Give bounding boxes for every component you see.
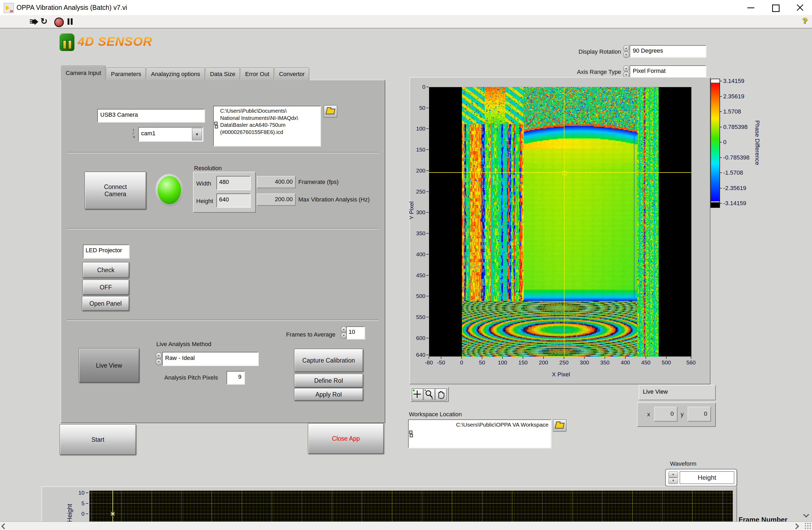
frames-spinner[interactable]: ▲ ▼ bbox=[341, 326, 346, 338]
scroll-down-icon[interactable] bbox=[804, 513, 808, 517]
cursor-vertical-line[interactable] bbox=[564, 87, 564, 356]
minimize-button[interactable] bbox=[739, 0, 763, 15]
tab-data-size[interactable]: Data Size bbox=[205, 68, 240, 80]
waveform-spinner[interactable]: ▲ ▼ bbox=[668, 471, 678, 484]
connect-camera-button[interactable]: Connect Camera bbox=[85, 172, 146, 209]
workspace-location-field[interactable]: C:\Users\Public\OPPA VA Workspace bbox=[408, 419, 551, 448]
pause-icon[interactable] bbox=[67, 18, 73, 25]
zoom-tool-button[interactable] bbox=[423, 388, 435, 400]
live-analysis-method-label: Live Analysis Method bbox=[156, 341, 212, 348]
run-continuous-icon[interactable]: ↻ bbox=[40, 17, 47, 26]
crosshair-tool-button[interactable] bbox=[412, 388, 423, 400]
analysis-pitch-field[interactable]: 9 bbox=[227, 371, 245, 384]
waveform-selector[interactable]: ▲ ▼ Height bbox=[665, 469, 737, 486]
tab-convertor[interactable]: Convertor bbox=[275, 68, 309, 80]
display-rotation-field[interactable]: 90 Degrees bbox=[629, 45, 706, 57]
axis-range-type-field[interactable]: Pixel Format bbox=[629, 65, 706, 78]
camera-connected-led bbox=[155, 174, 184, 206]
start-button[interactable]: Start bbox=[60, 424, 136, 455]
capture-calibration-button[interactable]: Capture Calibration bbox=[294, 349, 363, 372]
waveform-value: Height bbox=[680, 471, 734, 484]
define-roi-button[interactable]: Define RoI bbox=[294, 374, 363, 387]
x-axis-tick-label: 0 bbox=[451, 359, 472, 366]
frames-to-average-field[interactable]: 10 bbox=[346, 326, 365, 339]
height-field[interactable]: 640 bbox=[216, 193, 250, 207]
intensity-graph-plot-area[interactable] bbox=[429, 87, 692, 357]
resize-grip[interactable] bbox=[804, 522, 811, 529]
spinner-down-icon[interactable]: ▼ bbox=[668, 477, 678, 484]
spinner-up-icon[interactable]: ▲ bbox=[341, 326, 347, 333]
open-panel-button[interactable]: Open Panel bbox=[82, 296, 129, 311]
spinner-down-icon[interactable]: ▼ bbox=[623, 51, 629, 58]
x-axis-tick bbox=[441, 357, 441, 359]
live-analysis-method-value: Raw - Ideal bbox=[165, 355, 258, 362]
led-projector-field[interactable]: LED Projector bbox=[83, 245, 129, 259]
camera-file-field[interactable]: C:\Users\Public\Documents\ National Inst… bbox=[213, 106, 321, 146]
close-app-button[interactable]: Close App bbox=[308, 423, 384, 454]
divider bbox=[67, 228, 379, 230]
frames-to-average-value: 10 bbox=[349, 328, 364, 336]
cursor-x-value: 0 bbox=[655, 410, 674, 417]
off-button[interactable]: OFF bbox=[83, 280, 129, 295]
path-type-icon bbox=[214, 122, 217, 129]
live-view-button[interactable]: Live View bbox=[79, 348, 139, 383]
display-rotation-spinner[interactable]: ▲ ▼ bbox=[623, 45, 628, 57]
colorbar-tick bbox=[720, 96, 722, 97]
spinner-up-icon[interactable]: ▲ bbox=[668, 471, 678, 477]
maximize-button[interactable] bbox=[763, 0, 787, 15]
check-button[interactable]: Check bbox=[83, 262, 129, 278]
dropdown-arrow-icon[interactable]: ▼ bbox=[192, 128, 202, 140]
x-axis-tick bbox=[625, 357, 626, 359]
tab-analayzing-options[interactable]: Analayzing options bbox=[146, 68, 205, 80]
x-axis-tick bbox=[461, 357, 462, 359]
x-axis-tick-label: 300 bbox=[574, 359, 595, 366]
colorbar-tick bbox=[720, 81, 722, 81]
width-field[interactable]: 480 bbox=[216, 176, 250, 190]
colorbar-tick-label: -1.5708 bbox=[723, 169, 743, 176]
x-axis-tick-label: -50 bbox=[431, 359, 452, 366]
spinner-up-icon[interactable]: ▲ bbox=[623, 65, 629, 72]
spinner-up-icon[interactable]: ▲ bbox=[156, 352, 162, 359]
spinner-up-icon[interactable]: ▲ bbox=[623, 45, 629, 51]
camera-file-browse-button[interactable] bbox=[324, 105, 337, 117]
tab-camera-input[interactable]: Camera Input bbox=[61, 65, 105, 80]
y-axis-tick-label: 0 bbox=[408, 84, 425, 90]
y-axis-tick bbox=[426, 128, 429, 129]
y-axis-tick bbox=[426, 212, 429, 212]
session-id-combo[interactable]: cam1 ▼ bbox=[138, 127, 203, 142]
y-axis-tick-label: 200 bbox=[408, 167, 425, 174]
colorbar-tick-label: 0 bbox=[723, 139, 726, 146]
run-icon[interactable] bbox=[30, 19, 39, 25]
tab-error-out[interactable]: Error Out bbox=[241, 68, 274, 80]
camera-field[interactable]: USB3 Camera bbox=[97, 109, 205, 122]
scroll-right-icon[interactable] bbox=[793, 524, 799, 529]
colorbar bbox=[710, 79, 720, 208]
horizontal-scrollbar[interactable] bbox=[0, 521, 812, 530]
pan-tool-button[interactable] bbox=[435, 388, 446, 400]
y-axis-tick bbox=[426, 108, 429, 108]
workspace-browse-button[interactable] bbox=[553, 419, 566, 432]
x-axis-tick bbox=[584, 357, 585, 359]
abort-icon[interactable] bbox=[54, 17, 64, 27]
live-analysis-method-field[interactable]: Raw - Ideal bbox=[162, 352, 258, 366]
scroll-left-icon[interactable] bbox=[1, 524, 8, 529]
apply-roi-button[interactable]: Apply RoI bbox=[294, 388, 363, 401]
app-window: 16 OPPA Vibration Analysis (Batch) v7.vi… bbox=[0, 0, 812, 530]
axis-range-type-spinner[interactable]: ▲ ▼ bbox=[623, 65, 628, 78]
cursor-horizontal-line[interactable] bbox=[429, 172, 691, 173]
chart-y-tick-label: 5 bbox=[72, 500, 85, 506]
close-button[interactable] bbox=[787, 0, 812, 15]
width-label: Width bbox=[196, 180, 211, 187]
x-axis-tick bbox=[646, 357, 646, 359]
y-axis-tick-label: 640 bbox=[408, 352, 425, 358]
spinner-down-icon[interactable]: ▼ bbox=[341, 333, 347, 339]
method-spinner[interactable]: ▲ ▼ bbox=[156, 352, 161, 365]
tab-strip: Camera InputParametersAnalayzing options… bbox=[61, 66, 384, 80]
tab-parameters[interactable]: Parameters bbox=[106, 68, 146, 80]
x-axis-tick-label: 50 bbox=[472, 359, 493, 366]
y-axis-tick-label: 450 bbox=[408, 272, 425, 279]
spinner-down-icon[interactable]: ▼ bbox=[156, 359, 162, 365]
help-icon[interactable]: ? bbox=[802, 16, 807, 25]
cursor-center-marker[interactable] bbox=[563, 171, 567, 175]
plot-x-axis-label: X Pixel bbox=[542, 371, 580, 378]
